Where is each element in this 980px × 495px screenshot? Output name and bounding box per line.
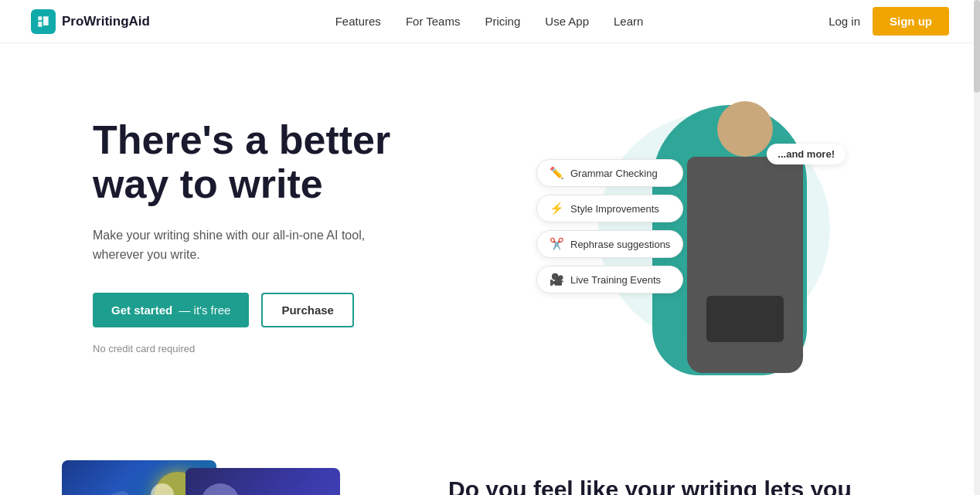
pill-rephrase: ✂️ Rephrase suggestions bbox=[536, 230, 683, 258]
hero-title: There's a better way to write bbox=[93, 118, 464, 206]
get-started-suffix: — it's free bbox=[179, 303, 230, 317]
pill-rephrase-label: Rephrase suggestions bbox=[570, 239, 670, 250]
brand-name: ProWritingAid bbox=[62, 14, 150, 29]
grammar-icon: ✏️ bbox=[550, 166, 564, 180]
login-button[interactable]: Log in bbox=[829, 15, 860, 28]
hero-buttons: Get started — it's free Purchase bbox=[93, 293, 464, 327]
swirl-wave1 bbox=[69, 489, 132, 495]
hero-section: There's a better way to write Make your … bbox=[0, 43, 980, 429]
more-badge: ...and more! bbox=[767, 144, 846, 164]
painting-card-2 bbox=[185, 468, 340, 495]
training-icon: 🎥 bbox=[550, 273, 564, 286]
lower-title: Do you feel like your writing lets you d… bbox=[448, 476, 918, 495]
logo-svg bbox=[36, 14, 51, 29]
nav-use-app[interactable]: Use App bbox=[545, 15, 589, 28]
hero-disclaimer: No credit card required bbox=[93, 343, 464, 354]
laptop-icon bbox=[706, 296, 784, 342]
get-started-button[interactable]: Get started — it's free bbox=[93, 293, 249, 327]
nav-links: Features For Teams Pricing Use App Learn bbox=[335, 15, 644, 29]
logo-link[interactable]: ProWritingAid bbox=[31, 9, 150, 34]
hero-left: There's a better way to write Make your … bbox=[93, 118, 464, 354]
lower-left: My idea in my head bbox=[62, 460, 386, 495]
person-figure bbox=[687, 101, 803, 373]
lower-section: My idea in my head Do you feel like your… bbox=[0, 429, 980, 495]
nav-for-teams[interactable]: For Teams bbox=[406, 15, 461, 28]
pill-grammar: ✏️ Grammar Checking bbox=[536, 159, 683, 187]
pill-grammar-label: Grammar Checking bbox=[570, 168, 658, 179]
hero-right: ✏️ Grammar Checking ⚡ Style Improvements… bbox=[464, 90, 918, 383]
person-head bbox=[717, 101, 773, 157]
feature-pills: ✏️ Grammar Checking ⚡ Style Improvements… bbox=[536, 159, 683, 293]
person-torso bbox=[687, 157, 803, 373]
pill-training: 🎥 Live Training Events bbox=[536, 266, 683, 293]
get-started-label: Get started bbox=[111, 303, 172, 317]
hero-subtitle: Make your writing shine with our all-in-… bbox=[93, 225, 386, 265]
nav-actions: Log in Sign up bbox=[829, 7, 949, 36]
swirl2-1 bbox=[201, 483, 240, 495]
style-icon: ⚡ bbox=[550, 202, 564, 215]
hero-illustration: ✏️ Grammar Checking ⚡ Style Improvements… bbox=[536, 97, 846, 375]
pill-style-label: Style Improvements bbox=[570, 203, 659, 215]
pill-style: ⚡ Style Improvements bbox=[536, 195, 683, 222]
page-scrollbar[interactable] bbox=[974, 0, 980, 495]
pill-training-label: Live Training Events bbox=[570, 274, 661, 286]
navbar: ProWritingAid Features For Teams Pricing… bbox=[0, 0, 980, 43]
nav-learn[interactable]: Learn bbox=[614, 15, 643, 28]
more-badge-text: ...and more! bbox=[778, 148, 835, 160]
rephrase-icon: ✂️ bbox=[550, 237, 564, 251]
lower-right: Do you feel like your writing lets you d… bbox=[448, 460, 918, 495]
nav-features[interactable]: Features bbox=[335, 15, 381, 28]
scrollbar-thumb[interactable] bbox=[974, 0, 980, 93]
logo-icon bbox=[31, 9, 56, 34]
signup-button[interactable]: Sign up bbox=[873, 7, 949, 36]
purchase-button[interactable]: Purchase bbox=[261, 293, 354, 327]
nav-pricing[interactable]: Pricing bbox=[485, 15, 520, 28]
painting-cards: My idea in my head bbox=[62, 460, 340, 495]
